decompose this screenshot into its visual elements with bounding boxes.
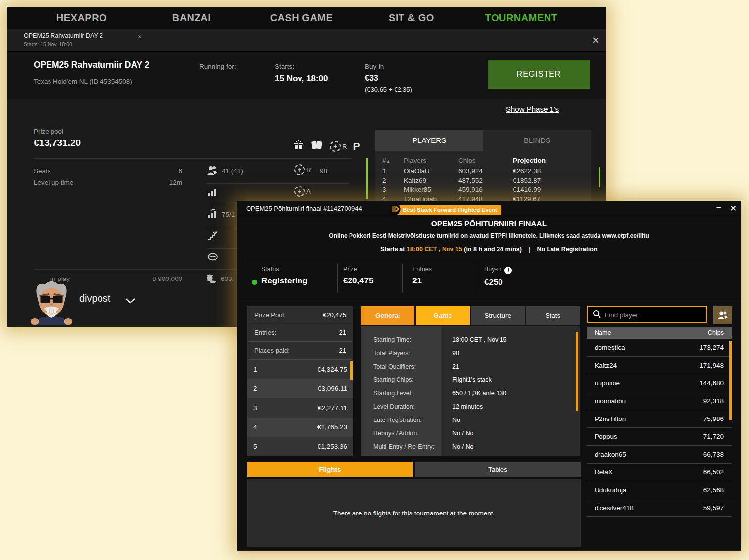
gift-icon (293, 140, 304, 153)
player-rank: 3 (382, 185, 404, 194)
tab-stats[interactable]: Stats (526, 306, 580, 325)
col-rank[interactable]: #▲ (382, 156, 404, 166)
player-row[interactable]: 1 OlaOlaU 603,924 €2622.38 (382, 166, 591, 176)
tournament-game-id: Texas Hold'em NL (ID 45354508) (34, 78, 132, 85)
player-chips: 171,948 (699, 362, 724, 369)
detail-titlebar[interactable]: OPEM25 Põhiturniiri finaal #1142700944 B… (237, 201, 741, 216)
level-up-label: Level up time (34, 179, 73, 186)
username[interactable]: divpost (79, 293, 110, 304)
nav-item[interactable]: TOURNAMENT (466, 12, 576, 24)
show-phase-link[interactable]: Show Phase 1's (506, 105, 559, 113)
col-name[interactable]: Name (595, 329, 611, 336)
level-up-value: 12m (143, 179, 182, 186)
prize-info-value: 21 (339, 329, 346, 336)
player-row[interactable]: 3 Mikker85 459,916 €1416.99 (382, 185, 591, 194)
player-row[interactable]: Udukuduja 62,568 (587, 481, 732, 499)
scroll-accent-left[interactable] (366, 158, 368, 199)
starts-suffix: (in 8 h and 24 mins) (464, 246, 522, 253)
player-chips: 603,924 (458, 166, 513, 176)
payout-amount: €1,765.23 (317, 423, 347, 431)
player-row[interactable]: monnatibu 92,318 (587, 392, 732, 410)
tab-close-icon[interactable]: × (138, 33, 142, 41)
col-chips[interactable]: Chips (708, 329, 724, 336)
game-info-row: Starting Level: 650 / 1,3K ante 130 (361, 386, 580, 400)
player-chips: 59,597 (703, 504, 724, 512)
player-row[interactable]: dicesilver418 59,597 (587, 499, 732, 517)
nav-item[interactable]: BANZAI (137, 12, 247, 24)
main-nav: HEXAPROBANZAICASH GAMESIT & GOTOURNAMENT (7, 7, 606, 29)
player-name: P2risTilton (595, 415, 626, 422)
player-row[interactable]: 2 Kaitz69 487,552 €1852.87 (382, 176, 591, 185)
tab-game[interactable]: Game (416, 306, 469, 325)
tab-structure[interactable]: Structure (471, 306, 525, 325)
game-info-rows: Starting Time: 18:00 CET , Nov 15 Total … (361, 333, 580, 453)
divider (237, 299, 741, 299)
player-chips: 459,916 (458, 185, 513, 194)
player-row[interactable]: Kaitz24 171,948 (587, 357, 732, 374)
prize-info-row: Entries: 21 (248, 324, 352, 342)
player-row[interactable]: domestica 173,274 (587, 339, 732, 357)
player-chips: 173,274 (699, 344, 724, 351)
level-chart-icon (207, 209, 218, 221)
user-avatar[interactable] (28, 279, 75, 325)
info-icon[interactable]: i (504, 267, 512, 274)
player-projection: €1852.87 (513, 176, 591, 185)
player-name: Kaitz69 (404, 176, 458, 185)
player-list-button[interactable] (713, 306, 732, 324)
register-button[interactable]: REGISTER (488, 60, 590, 89)
player-row[interactable]: RelaX 66,502 (587, 464, 732, 481)
level-value: 75/1 (222, 211, 235, 218)
chevron-down-icon[interactable] (125, 297, 136, 306)
prize-info-row: Prize Pool: €20,475 (248, 306, 352, 324)
starts-label: Starts: (275, 63, 294, 70)
player-rank: 1 (382, 166, 404, 176)
detail-tabs-panel: General Game Structure Stats Starting Ti… (361, 306, 580, 456)
coins-icon (205, 273, 217, 286)
prize-info-value: 21 (339, 347, 346, 354)
minimize-icon[interactable]: – (716, 202, 721, 212)
game-info-label: Starting Level: (361, 390, 441, 397)
prize-info-value: €20,475 (323, 311, 346, 319)
payout-place: 3 (253, 404, 257, 412)
game-info-scrollbar[interactable] (576, 332, 578, 411)
prize-column: Prize €20,475 (343, 266, 373, 286)
level-up-stairs-icon (207, 231, 218, 243)
player-name: draakon65 (595, 451, 626, 458)
payout-scrollbar[interactable] (350, 361, 353, 380)
tab-tables[interactable]: Tables (415, 462, 581, 477)
col-chips[interactable]: Chips (458, 156, 513, 166)
rebuy-icon: +R (330, 141, 347, 152)
pipe-separator: | (528, 246, 530, 253)
prize-info-label: Entries: (254, 329, 276, 336)
tab-flights[interactable]: Flights (247, 462, 413, 477)
lobby-close-icon[interactable]: × (592, 34, 599, 47)
player-row[interactable]: Poppus 71,720 (587, 428, 732, 446)
players-count: 41 (41) (222, 167, 243, 175)
payout-row: 2 €3,096.11 (247, 379, 353, 398)
scroll-accent-right[interactable] (599, 167, 600, 187)
find-player-input[interactable] (605, 311, 694, 319)
player-row[interactable]: draakon65 66,738 (587, 446, 732, 464)
tab-players[interactable]: PLAYERS (375, 130, 483, 151)
tournament-tab[interactable]: OPEM25 Rahvaturniir DAY 2 Starts: 15 Nov… (24, 32, 103, 47)
nav-item[interactable]: HEXAPRO (27, 12, 137, 24)
player-row[interactable]: uupuiuie 144,680 (587, 374, 732, 392)
player-name: uupuiuie (595, 379, 620, 387)
col-players[interactable]: Players (404, 156, 458, 166)
payout-amount: €4,324.75 (317, 366, 347, 373)
close-icon[interactable]: ✕ (730, 203, 737, 214)
sort-asc-icon: ▲ (386, 159, 391, 164)
player-list-scrollbar[interactable] (729, 341, 732, 420)
player-row[interactable]: P2risTilton 75,986 (587, 410, 732, 428)
game-info-value: 21 (441, 363, 459, 370)
entries-label: Entries (412, 266, 432, 273)
game-info-row: Multi-Entry / Re-Entry: No / No (361, 440, 580, 453)
tab-blinds[interactable]: BLINDS (483, 130, 591, 151)
tab-general[interactable]: General (361, 306, 414, 325)
nav-item[interactable]: CASH GAME (247, 12, 356, 24)
col-projection[interactable]: Projection (513, 156, 591, 166)
phased-icon: P (353, 140, 360, 152)
game-info-label: Multi-Entry / Re-Entry: (361, 443, 441, 450)
nav-item[interactable]: SIT & GO (356, 12, 466, 24)
player-list-header: Name Chips (587, 327, 732, 339)
